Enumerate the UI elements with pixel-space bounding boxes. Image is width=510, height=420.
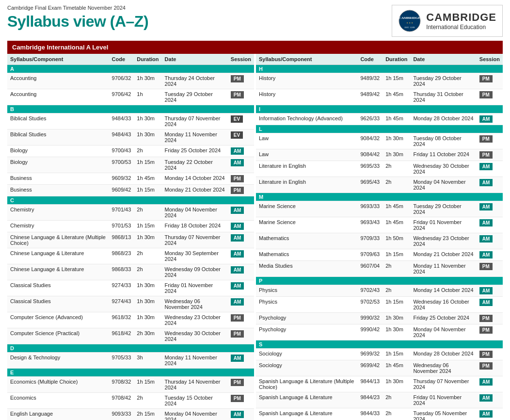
table-row: Chinese Language & Literature (Multiple … [7,232,254,248]
name-cell: Spanish Language & Literature [256,408,357,420]
name-cell: Accounting [7,73,109,89]
date-cell: Thursday 07 November 2024 [410,376,476,392]
name-cell: Classical Studies [7,296,109,312]
code-cell: 9702/43 [357,285,382,297]
date-cell: Monday 04 November 2024 [162,205,228,221]
date-cell: Friday 01 November 2024 [410,217,476,233]
date-cell: Monday 28 October 2024 [410,113,476,125]
table-row: Sociology9699/321h 15mMonday 28 October … [256,349,503,360]
session-badge: EV [231,131,243,139]
code-cell: 9618/42 [109,328,134,344]
table-row: C [7,196,254,205]
duration-cell: 2h 15m [134,409,161,420]
date-cell: Monday 04 November 2024 [410,177,476,193]
code-cell: 9844/13 [357,376,382,392]
letter-cell: C [7,196,254,205]
duration-cell: 1h 30m [382,313,410,324]
session-cell: AM [228,280,254,296]
svg-text:✦ ✦ ✦: ✦ ✦ ✦ [406,22,414,24]
table-row: Chinese Language & Literature9868/232hMo… [7,248,254,264]
name-cell: Information Technology (Advanced) [256,113,357,125]
code-cell: 9701/53 [109,221,134,232]
date-cell: Wednesday 23 October 2024 [162,312,228,328]
session-cell: AM [228,221,254,232]
letter-cell: D [7,344,254,353]
session-badge: AM [231,250,244,258]
name-cell: Economics (Multiple Choice) [7,377,109,393]
name-cell: Computer Science (Advanced) [7,312,109,328]
duration-cell: 2h [382,285,410,297]
session-badge: AM [479,287,493,294]
table-row: Biblical Studies9484/431h 30mMonday 11 N… [7,129,254,145]
table-row: History9489/421h 45mThursday 31 October … [256,89,503,105]
code-cell: 9609/42 [109,185,134,196]
session-badge: PM [231,395,244,402]
session-badge: AM [231,298,244,306]
session-cell: EV [228,113,254,129]
duration-cell: 1h 15m [134,221,161,232]
table-row: Mathematics9709/631h 15mMonday 21 Octobe… [256,249,503,261]
duration-cell: 1h 45m [382,201,410,217]
svg-text:CAMBRIDGE: CAMBRIDGE [399,16,421,20]
name-cell: Mathematics [256,233,357,249]
code-cell: 9868/23 [109,248,134,264]
code-cell: 9695/33 [357,161,382,177]
left-header-row: Syllabus/Component Code Duration Date Se… [7,54,254,65]
left-table: Syllabus/Component Code Duration Date Se… [7,54,254,420]
session-badge: AM [231,147,244,155]
name-cell: English Language [7,409,109,420]
duration-cell: 2h [382,408,410,420]
session-cell: PM [477,313,503,324]
name-cell: Chinese Language & Literature [7,264,109,280]
session-badge: AM [231,159,244,166]
name-cell: Law [256,133,357,149]
code-cell: 9626/33 [357,113,382,125]
table-row: Chemistry9701/432hMonday 04 November 202… [7,205,254,221]
table-row: Law9084/321h 30mTuesday 08 October 2024P… [256,133,503,149]
code-cell: 9093/33 [109,409,134,420]
name-cell: Media Studies [256,261,357,277]
session-cell: AM [477,233,503,249]
session-cell: AM [228,353,254,369]
session-badge: PM [231,379,244,386]
session-cell: AM [477,392,503,408]
session-cell: AM [228,157,254,173]
col-date-left: Date [162,54,228,65]
session-cell: PM [228,173,254,185]
session-badge: AM [231,411,244,418]
page: Cambridge Final Exam Timetable November … [0,0,510,420]
table-row: Accounting9706/421hTuesday 29 October 20… [7,89,254,105]
date-cell: Tuesday 29 October 2024 [410,73,476,89]
code-cell: 9489/42 [357,89,382,105]
table-row: Biblical Studies9484/331h 30mThursday 07… [7,113,254,129]
code-cell: 9709/63 [357,249,382,261]
table-row: H [256,65,503,73]
table-row: Literature in English9695/432hMonday 04 … [256,177,503,193]
date-cell: Monday 11 November 2024 [410,261,476,277]
session-cell: AM [228,145,254,157]
session-cell: EV [228,129,254,145]
session-badge: PM [231,91,244,98]
table-row: Media Studies9607/042hMonday 11 November… [256,261,503,277]
name-cell: Computer Science (Practical) [7,328,109,344]
letter-cell: I [256,105,503,113]
duration-cell: 1h 30m [382,149,410,161]
col-session-left: Session [228,54,254,65]
col-duration-right: Duration [382,54,410,65]
session-badge: PM [231,187,244,194]
duration-cell: 1h 45m [382,113,410,125]
table-row: Biology9700/531h 15mTuesday 22 October 2… [7,157,254,173]
session-cell: PM [228,328,254,344]
duration-cell: 2h [382,177,410,193]
duration-cell: 1h 30m [382,324,410,340]
table-row: Spanish Language & Literature (Multiple … [256,376,503,392]
session-cell: PM [477,324,503,340]
session-badge: PM [479,351,493,358]
date-cell: Friday 18 October 2024 [162,221,228,232]
duration-cell: 1h 30m [134,113,161,129]
letter-cell: L [256,125,503,133]
duration-cell: 1h 30m [134,129,161,145]
table-row: History9489/321h 15mTuesday 29 October 2… [256,73,503,89]
session-cell: PM [228,73,254,89]
table-row: Computer Science (Advanced)9618/321h 30m… [7,312,254,328]
